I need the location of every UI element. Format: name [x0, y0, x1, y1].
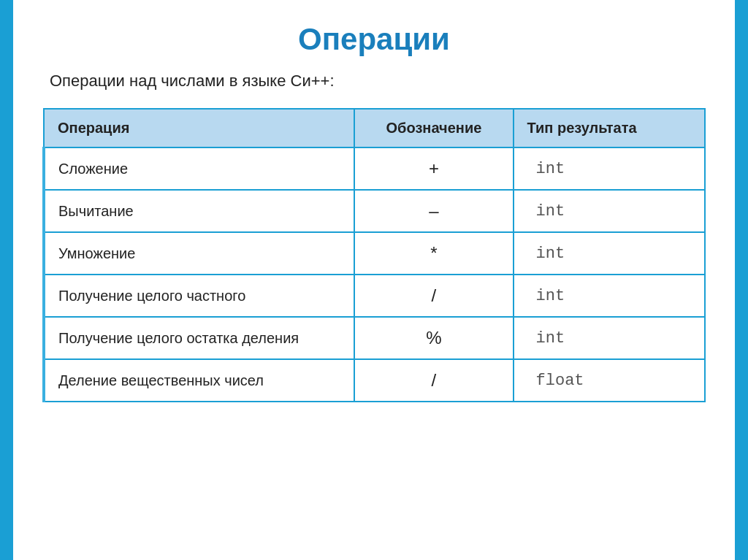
- operation-cell: Умножение: [44, 232, 354, 275]
- symbol-cell: %: [354, 317, 513, 359]
- symbol-cell: –: [354, 190, 513, 232]
- table-row: Получение целого частного/int: [44, 275, 705, 317]
- operation-cell: Получение целого остатка деления: [44, 317, 354, 359]
- symbol-cell: /: [354, 359, 513, 402]
- left-accent-bar: [0, 0, 13, 560]
- symbol-cell: +: [354, 147, 513, 190]
- table-row: Получение целого остатка деления%int: [44, 317, 705, 359]
- result-type-cell: int: [514, 232, 705, 275]
- operations-table: Операция Обозначение Тип результата Слож…: [42, 108, 706, 402]
- header-symbol: Обозначение: [354, 109, 513, 147]
- result-type-cell: int: [514, 147, 705, 190]
- subtitle: Операции над числами в языке Си++:: [50, 72, 706, 91]
- result-type-cell: int: [514, 317, 705, 359]
- operation-cell: Деление вещественных чисел: [44, 359, 354, 402]
- header-operation: Операция: [44, 109, 354, 147]
- page-title: Операции: [42, 15, 706, 57]
- table-row: Сложение+int: [44, 147, 705, 190]
- result-type-cell: int: [514, 275, 705, 317]
- table-row: Умножение*int: [44, 232, 705, 275]
- table-header-row: Операция Обозначение Тип результата: [44, 109, 705, 147]
- symbol-cell: /: [354, 275, 513, 317]
- operation-cell: Вычитание: [44, 190, 354, 232]
- symbol-cell: *: [354, 232, 513, 275]
- result-type-cell: int: [514, 190, 705, 232]
- right-accent-bar: [735, 0, 748, 560]
- operation-cell: Сложение: [44, 147, 354, 190]
- operation-cell: Получение целого частного: [44, 275, 354, 317]
- table-row: Деление вещественных чисел/float: [44, 359, 705, 402]
- table-row: Вычитание–int: [44, 190, 705, 232]
- result-type-cell: float: [514, 359, 705, 402]
- header-result-type: Тип результата: [514, 109, 705, 147]
